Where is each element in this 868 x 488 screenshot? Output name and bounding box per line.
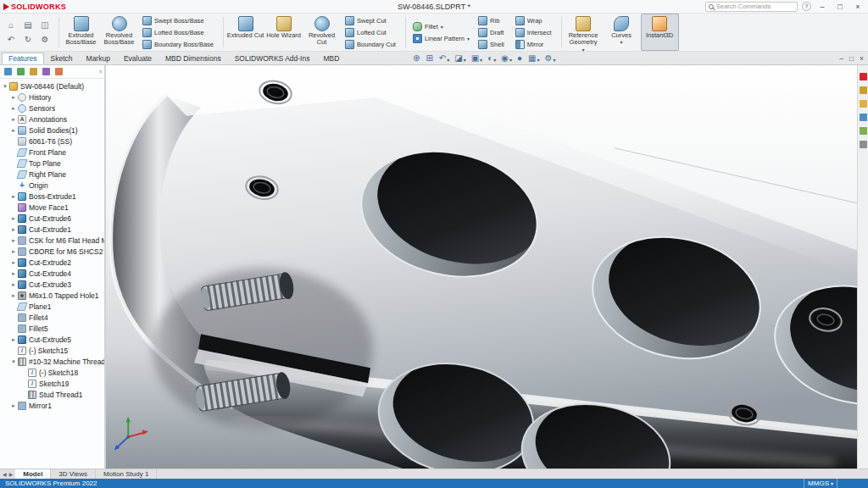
command-tab[interactable]: MBD Dimensions: [159, 53, 228, 64]
ribbon-button[interactable]: Reference Geometry: [565, 14, 603, 51]
bottom-tab[interactable]: 3D Views: [51, 469, 96, 479]
expander-icon[interactable]: [10, 248, 17, 254]
expander-icon[interactable]: [10, 336, 17, 342]
tree-item[interactable]: Cut-Extrude6: [2, 213, 104, 224]
ribbon-button[interactable]: Wrap: [513, 15, 557, 26]
graphics-area[interactable]: [106, 65, 857, 469]
tree-item[interactable]: Cut-Extrude3: [2, 279, 104, 290]
tree-item[interactable]: M6x1.0 Tapped Hole1: [2, 290, 104, 301]
ribbon-button[interactable]: Fillet: [410, 21, 472, 32]
ribbon-button[interactable]: Swept Boss/Base: [140, 15, 219, 26]
command-tab[interactable]: Features: [2, 53, 44, 64]
ribbon-button[interactable]: Mirror: [513, 39, 557, 50]
taskpane-button[interactable]: [859, 86, 868, 95]
command-tab[interactable]: SOLIDWORKS Add-Ins: [228, 53, 317, 64]
expander-icon[interactable]: [10, 281, 17, 287]
tree-item[interactable]: Boss-Extrude1: [2, 191, 104, 202]
quick-access-button[interactable]: ↻: [20, 33, 36, 47]
tree-item[interactable]: Solid Bodies(1): [2, 125, 104, 136]
headsup-button[interactable]: ⊕: [410, 53, 423, 65]
tree-item[interactable]: Plane1: [2, 301, 104, 312]
ribbon-button[interactable]: Draft: [476, 27, 509, 38]
expander-icon[interactable]: [10, 259, 17, 265]
taskpane-button[interactable]: [859, 126, 868, 136]
expander-icon[interactable]: [10, 270, 17, 276]
tab-scroll-button[interactable]: ◀: [3, 472, 7, 477]
window-minimize-button[interactable]: –: [815, 1, 829, 13]
panel-tab[interactable]: [15, 67, 25, 76]
headsup-button[interactable]: ●: [515, 53, 526, 65]
command-tab[interactable]: Evaluate: [117, 53, 159, 64]
ribbon-button[interactable]: Extruded Boss/Base: [62, 14, 100, 51]
ribbon-button[interactable]: Boundary Boss/Base: [140, 39, 219, 50]
command-tab[interactable]: MBD: [316, 53, 346, 64]
tree-item[interactable]: Stud Thread1: [2, 389, 104, 400]
command-tab[interactable]: Sketch: [44, 53, 80, 64]
tree-item[interactable]: Fillet4: [2, 312, 104, 323]
units-selector[interactable]: MMGS: [804, 479, 837, 488]
expander-icon[interactable]: [10, 105, 17, 111]
quick-access-button[interactable]: ↶: [3, 33, 19, 47]
document-close-button[interactable]: ×: [860, 55, 864, 63]
window-close-button[interactable]: ×: [851, 1, 865, 13]
expander-icon[interactable]: [10, 94, 17, 100]
ribbon-button[interactable]: Linear Pattern: [410, 33, 472, 44]
headsup-button[interactable]: ↶: [437, 53, 452, 65]
solidworks-logo[interactable]: SOLIDWORKS: [3, 3, 66, 11]
panel-tab[interactable]: [28, 67, 38, 76]
expander-icon[interactable]: [10, 292, 17, 298]
ribbon-button[interactable]: Lofted Boss/Base: [140, 27, 219, 38]
expander-icon[interactable]: [10, 358, 17, 364]
ribbon-button[interactable]: Intersect: [513, 27, 557, 38]
tree-item[interactable]: Right Plane: [2, 169, 104, 180]
expander-icon[interactable]: [2, 83, 8, 89]
ribbon-button[interactable]: Extruded Cut: [226, 14, 264, 51]
tree-item[interactable]: Fillet5: [2, 323, 104, 334]
expander-icon[interactable]: [10, 215, 17, 221]
tree-item[interactable]: (-) Sketch18: [2, 367, 104, 378]
tree-item[interactable]: Move Face1: [2, 202, 104, 213]
expander-icon[interactable]: [10, 127, 17, 133]
ribbon-button[interactable]: Rib: [476, 15, 509, 26]
headsup-button[interactable]: ▦: [526, 53, 542, 65]
quick-access-button[interactable]: ▤: [20, 19, 36, 32]
tree-item[interactable]: Cut-Extrude2: [2, 257, 104, 268]
bottom-tab[interactable]: Model: [15, 469, 51, 479]
tree-item[interactable]: Mirror1: [2, 400, 104, 411]
tree-item[interactable]: Front Plane: [2, 147, 104, 158]
tree-item[interactable]: Cut-Extrude1: [2, 224, 104, 235]
model-3d-part[interactable]: [106, 65, 857, 469]
search-input[interactable]: [716, 3, 794, 10]
search-box[interactable]: [705, 2, 798, 12]
document-restore-button[interactable]: □: [849, 55, 854, 63]
tab-scroll-button[interactable]: ▶: [9, 472, 14, 477]
document-minimize-button[interactable]: –: [839, 55, 843, 63]
tree-item[interactable]: Sensors: [2, 103, 104, 114]
tree-item[interactable]: History: [2, 92, 104, 103]
taskpane-button[interactable]: [859, 72, 868, 81]
headsup-button[interactable]: ▣: [469, 53, 485, 65]
headsup-button[interactable]: ⚙: [542, 53, 558, 65]
quick-access-button[interactable]: ◫: [37, 19, 53, 32]
headsup-button[interactable]: ◪: [452, 53, 468, 65]
expander-icon[interactable]: [10, 116, 17, 122]
command-tab[interactable]: Markup: [80, 53, 117, 64]
ribbon-button[interactable]: Hole Wizard: [264, 14, 303, 51]
window-maximize-button[interactable]: □: [833, 1, 847, 13]
quick-access-button[interactable]: ⚙: [37, 33, 53, 47]
ribbon-button[interactable]: Swept Cut: [342, 15, 401, 26]
expander-icon[interactable]: [10, 402, 17, 408]
tree-item[interactable]: CBORE for M6 SHCS2: [2, 246, 104, 257]
tree-item[interactable]: Annotations: [2, 114, 104, 125]
expander-icon[interactable]: [10, 226, 17, 232]
panel-tab[interactable]: [3, 67, 13, 76]
ribbon-button[interactable]: Boundary Cut: [342, 39, 401, 50]
quick-access-button[interactable]: ⌂: [3, 19, 19, 32]
expander-icon[interactable]: [10, 193, 17, 199]
tree-item[interactable]: SW-08446 (Default): [2, 80, 104, 92]
ribbon-button[interactable]: Instant3D: [641, 14, 679, 51]
tree-item[interactable]: Cut-Extrude5: [2, 334, 104, 345]
tree-item[interactable]: (-) Sketch15: [2, 345, 104, 356]
tree-item[interactable]: 6061-T6 (SS): [2, 136, 104, 147]
tree-item[interactable]: Cut-Extrude4: [2, 268, 104, 279]
